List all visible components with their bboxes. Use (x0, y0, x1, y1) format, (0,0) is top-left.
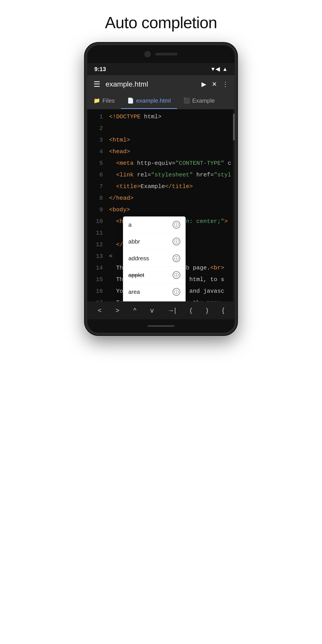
close-button[interactable]: ✕ (212, 80, 217, 88)
autocomplete-popup[interactable]: a ⓘ abbr ⓘ address ⓘ applet ⓘ area ⓘ art… (123, 216, 186, 302)
key-up[interactable]: ^ (130, 305, 139, 316)
autocomplete-item-a[interactable]: a ⓘ (123, 216, 186, 233)
code-line-5: 5 <meta http-equiv="CONTENT-TYPE" c (87, 158, 235, 169)
status-icons: ▼◀ ▲ (210, 66, 228, 72)
signal-icon: ▲ (222, 66, 228, 72)
info-icon-a[interactable]: ⓘ (173, 221, 180, 228)
example-tab-label: Example (192, 97, 215, 104)
key-right-angle[interactable]: > (113, 305, 122, 316)
info-icon-area[interactable]: ⓘ (173, 288, 180, 296)
example-html-tab-label: example.html (136, 97, 171, 104)
scrollbar-thumb[interactable] (233, 114, 235, 140)
tabs-bar: 📁 Files 📄 example.html ⬛ Example (87, 93, 235, 109)
phone-bottom-bezel (87, 319, 235, 333)
phone-top-bezel (87, 45, 235, 63)
example-html-tab-icon: 📄 (127, 98, 134, 104)
code-line-3: 3 <html> (87, 134, 235, 146)
page-title: Auto completion (105, 14, 217, 32)
play-button[interactable]: ▶ (202, 80, 206, 88)
code-line-9: 9 <body> (87, 204, 235, 216)
keyboard-shortcuts: < > ^ v →| ( ) { (87, 302, 235, 319)
tab-example[interactable]: ⬛ Example (177, 93, 221, 109)
toolbar-title: example.html (106, 80, 196, 88)
phone-frame: 9:13 ▼◀ ▲ ☰ example.html ▶ ✕ ⋮ 📁 Files 📄… (85, 43, 237, 335)
menu-icon[interactable]: ☰ (94, 80, 100, 88)
app-toolbar: ☰ example.html ▶ ✕ ⋮ (87, 75, 235, 93)
code-editor[interactable]: 1 <!DOCTYPE html> 2 3 <html> 4 <head> 5 … (87, 109, 235, 302)
files-tab-label: Files (102, 97, 115, 104)
autocomplete-item-area[interactable]: area ⓘ (123, 284, 186, 300)
key-close-paren[interactable]: ) (203, 305, 211, 316)
code-line-1: 1 <!DOCTYPE html> (87, 111, 235, 122)
key-left-angle[interactable]: < (95, 305, 104, 316)
key-down[interactable]: v (148, 305, 156, 316)
info-icon-applet[interactable]: ⓘ (173, 271, 180, 279)
key-tab[interactable]: →| (165, 305, 179, 316)
autocomplete-item-abbr[interactable]: abbr ⓘ (123, 233, 186, 250)
status-bar: 9:13 ▼◀ ▲ (87, 63, 235, 75)
code-line-2: 2 (87, 122, 235, 134)
home-indicator (148, 325, 174, 327)
code-line-8: 8 </head> (87, 192, 235, 204)
key-open-brace[interactable]: { (219, 305, 227, 316)
info-icon-abbr[interactable]: ⓘ (173, 238, 180, 245)
autocomplete-item-applet[interactable]: applet ⓘ (123, 267, 186, 284)
code-line-6: 6 <link rel="stylesheet" href="styl (87, 169, 235, 181)
files-tab-icon: 📁 (94, 98, 100, 104)
code-line-7: 7 <title>Example</title> (87, 181, 235, 192)
status-time: 9:13 (94, 66, 106, 73)
tab-example-html[interactable]: 📄 example.html (121, 93, 177, 109)
info-icon-address[interactable]: ⓘ (173, 254, 180, 262)
tab-files[interactable]: 📁 Files (87, 93, 121, 109)
wifi-icon: ▼◀ (210, 66, 220, 72)
key-open-paren[interactable]: ( (187, 305, 195, 316)
autocomplete-item-address[interactable]: address ⓘ (123, 250, 186, 267)
example-tab-icon: ⬛ (183, 98, 190, 104)
autocomplete-item-article[interactable]: article ⓘ (123, 300, 186, 302)
phone-camera (144, 51, 151, 57)
code-line-4: 4 <head> (87, 146, 235, 158)
phone-speaker (155, 53, 178, 56)
scrollbar[interactable] (233, 109, 235, 302)
more-button[interactable]: ⋮ (222, 80, 228, 88)
